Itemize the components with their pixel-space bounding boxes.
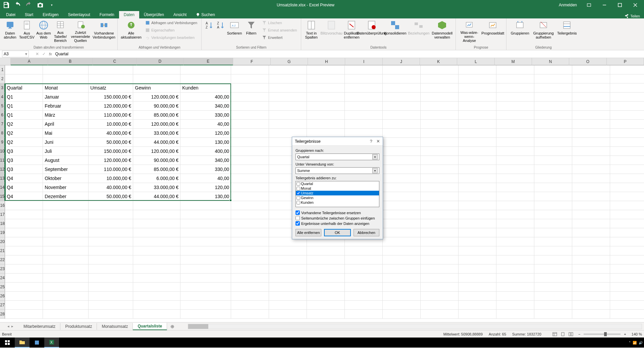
cell[interactable] [459,120,496,129]
cell[interactable] [534,283,572,292]
cell[interactable] [459,174,496,183]
from-table-button[interactable]: Aus Tabelle/ Bereich [52,19,68,43]
cell[interactable] [496,102,534,111]
cell[interactable] [459,283,496,292]
cell[interactable] [421,138,459,147]
cell[interactable] [496,192,534,201]
cell[interactable] [231,83,269,93]
name-box[interactable]: A3 ▾ [2,51,29,57]
cell[interactable] [307,120,345,129]
column-header[interactable]: G [271,58,308,65]
cell[interactable]: Q4 [5,192,43,201]
cell[interactable] [383,237,421,246]
row-header[interactable]: 27 [0,301,5,310]
cell[interactable] [5,210,43,219]
cell[interactable]: August [43,156,89,165]
cell[interactable] [307,111,345,120]
data-validation-button[interactable]: Datenüberprüfung [360,19,383,43]
cell[interactable]: Juni [43,138,89,147]
column-header[interactable]: B [48,58,93,65]
cell[interactable]: 120.000,00 € [133,120,180,129]
cell[interactable] [610,264,644,274]
cell[interactable] [345,74,383,83]
dialog-titlebar[interactable]: Teilergebnisse ? ✕ [292,137,383,146]
cell[interactable] [610,255,644,264]
cell[interactable]: Juli [43,147,89,156]
cell[interactable]: Mai [43,129,89,138]
cell[interactable] [610,102,644,111]
cell[interactable] [269,65,307,74]
reapply-button[interactable]: Erneut anwenden [260,26,299,34]
zoom-in-button[interactable]: + [624,332,626,336]
cell[interactable]: 150.000,00 € [89,93,133,102]
zoom-out-button[interactable]: − [578,332,580,336]
cell[interactable] [572,183,610,192]
cell[interactable] [383,129,421,138]
column-header[interactable]: C [93,58,137,65]
cell[interactable] [496,228,534,237]
cell[interactable] [496,219,534,228]
cell[interactable] [5,301,43,310]
cell[interactable] [610,301,644,310]
cell[interactable] [89,274,133,283]
cell[interactable] [269,292,307,301]
cell[interactable] [231,246,269,255]
start-button[interactable] [0,338,15,348]
row-header[interactable]: 17 [0,210,5,219]
cell[interactable] [610,83,644,93]
cell[interactable] [421,65,459,74]
add-sheet-button[interactable]: ⊕ [167,324,178,329]
fx-icon[interactable]: fx [49,52,52,56]
cell[interactable] [231,111,269,120]
cell[interactable] [459,129,496,138]
column-header[interactable]: P [607,58,644,65]
cell[interactable] [43,219,89,228]
cell[interactable] [5,228,43,237]
cell[interactable] [496,237,534,246]
cell[interactable] [133,246,180,255]
cell[interactable] [459,147,496,156]
cell[interactable]: Q1 [5,102,43,111]
below-data-checkbox[interactable]: Ergebnisse unterhalb der Daten anzeigen [296,221,379,226]
cell[interactable] [307,264,345,274]
cell[interactable] [496,156,534,165]
cell[interactable] [421,255,459,264]
cell[interactable] [459,156,496,165]
column-header[interactable]: D [137,58,183,65]
search-box[interactable]: Suchen [191,11,220,18]
cell[interactable] [231,74,269,83]
cell[interactable] [421,274,459,283]
cell[interactable] [269,120,307,129]
cell[interactable] [534,228,572,237]
row-header[interactable]: 7 [0,120,5,129]
cell[interactable] [231,147,269,156]
cell[interactable] [572,201,610,210]
cell[interactable] [459,228,496,237]
cell[interactable] [89,228,133,237]
cell[interactable]: 50.000,00 € [89,192,133,201]
cell[interactable] [383,255,421,264]
cell[interactable]: September [43,165,89,174]
cell[interactable] [180,246,231,255]
save-icon[interactable] [1,1,11,9]
cell[interactable] [572,138,610,147]
cell[interactable] [421,219,459,228]
cell[interactable] [307,292,345,301]
tray-volume-icon[interactable]: 🔊 [639,341,643,345]
redo-icon[interactable] [24,1,34,9]
cell[interactable] [180,228,231,237]
cell[interactable] [89,237,133,246]
row-header[interactable]: 4 [0,93,5,102]
cell[interactable] [383,292,421,301]
cell[interactable] [231,183,269,192]
zoom-slider[interactable] [584,334,621,335]
cell[interactable] [534,255,572,264]
cell[interactable] [180,310,231,319]
recent-sources-button[interactable]: Zuletzt verwendete Quellen [69,19,92,43]
chevron-down-icon[interactable]: ▾ [25,52,27,56]
tab-formeln[interactable]: Formeln [95,11,119,18]
cell[interactable] [610,111,644,120]
cell[interactable] [383,283,421,292]
help-icon[interactable]: ? [370,139,372,144]
column-header[interactable]: M [495,58,532,65]
